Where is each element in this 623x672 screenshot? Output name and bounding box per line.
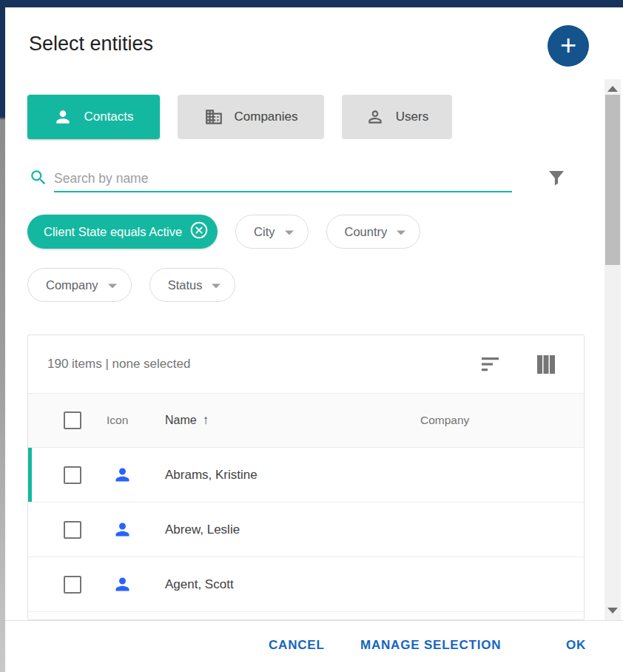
row-name: Abrams, Kristine	[165, 468, 420, 483]
table-row-partial	[28, 612, 584, 620]
results-table: 190 items | none selected Icon Name ↑ Co…	[27, 335, 585, 620]
filter-chip-company-label: Company	[46, 278, 98, 292]
entity-type-tabs: Contacts Companies Users	[27, 95, 452, 139]
row-name: Abrew, Leslie	[165, 523, 420, 537]
plus-icon: +	[560, 31, 576, 59]
table-toolbar: 190 items | none selected	[28, 335, 584, 393]
scrollbar-thumb[interactable]	[605, 95, 620, 265]
add-entity-button[interactable]: +	[548, 25, 589, 67]
column-header-company[interactable]: Company	[420, 414, 584, 427]
filter-chips: Client State equals Active City Country …	[27, 215, 501, 302]
tab-companies-label: Companies	[235, 110, 298, 124]
footer-divider	[5, 620, 623, 621]
sort-ascending-icon: ↑	[203, 413, 209, 428]
filter-chip-company[interactable]: Company	[27, 268, 132, 302]
row-checkbox[interactable]	[64, 576, 81, 594]
table-header-row: Icon Name ↑ Company	[28, 393, 584, 448]
select-all-checkbox[interactable]	[64, 411, 81, 429]
filter-chip-client-state[interactable]: Client State equals Active	[27, 215, 218, 249]
tab-users[interactable]: Users	[342, 95, 452, 139]
table-row[interactable]: Abrams, Kristine	[28, 448, 584, 503]
filter-chip-city[interactable]: City	[235, 215, 308, 249]
caret-down-icon	[211, 278, 221, 292]
building-icon	[204, 107, 223, 127]
row-highlight-accent	[28, 448, 32, 502]
row-name: Agent, Scott	[165, 577, 420, 592]
table-row[interactable]: Abrew, Leslie	[28, 503, 584, 557]
contact-icon	[107, 520, 165, 540]
filter-chip-country-label: Country	[345, 225, 388, 239]
funnel-icon[interactable]	[545, 167, 568, 192]
column-header-icon[interactable]: Icon	[107, 414, 165, 427]
column-header-name[interactable]: Name ↑	[165, 413, 420, 428]
caret-down-icon	[396, 225, 406, 239]
cancel-button[interactable]: CANCEL	[269, 634, 325, 656]
manage-selection-button[interactable]: MANAGE SELECTION	[360, 634, 501, 656]
caret-down-icon	[107, 278, 118, 292]
filter-chip-city-label: City	[254, 225, 275, 239]
vertical-scrollbar[interactable]	[605, 79, 621, 620]
tab-contacts[interactable]: Contacts	[27, 95, 160, 139]
filter-chip-client-state-label: Client State equals Active	[44, 225, 182, 239]
search-icon	[29, 168, 48, 190]
table-row[interactable]: Agent, Scott	[28, 557, 584, 612]
items-summary: 190 items | none selected	[47, 357, 190, 372]
ok-button[interactable]: OK	[566, 634, 586, 656]
filter-chip-status[interactable]: Status	[149, 268, 236, 302]
search-input[interactable]	[54, 166, 512, 192]
person-icon	[53, 107, 73, 127]
select-entities-dialog: Select entities + Contacts Companies Use…	[5, 7, 623, 672]
row-checkbox[interactable]	[64, 466, 81, 484]
caret-down-icon	[284, 225, 294, 239]
columns-icon[interactable]	[536, 355, 556, 374]
scroll-up-icon[interactable]	[607, 86, 618, 92]
person-outline-icon	[366, 107, 385, 127]
tab-contacts-label: Contacts	[84, 110, 133, 124]
page-backdrop-left	[0, 0, 5, 672]
page-backdrop-top	[0, 0, 623, 7]
page-title: Select entities	[29, 33, 153, 56]
scroll-down-icon[interactable]	[607, 608, 618, 614]
filter-chip-status-label: Status	[168, 278, 203, 292]
contact-icon	[107, 574, 165, 594]
tab-users-label: Users	[396, 110, 428, 124]
row-checkbox[interactable]	[64, 521, 81, 539]
filter-chip-country[interactable]: Country	[326, 215, 421, 249]
sort-lines-icon[interactable]	[481, 357, 501, 372]
tab-companies[interactable]: Companies	[178, 95, 324, 139]
contact-icon	[107, 465, 165, 485]
circle-x-icon[interactable]	[189, 221, 209, 243]
